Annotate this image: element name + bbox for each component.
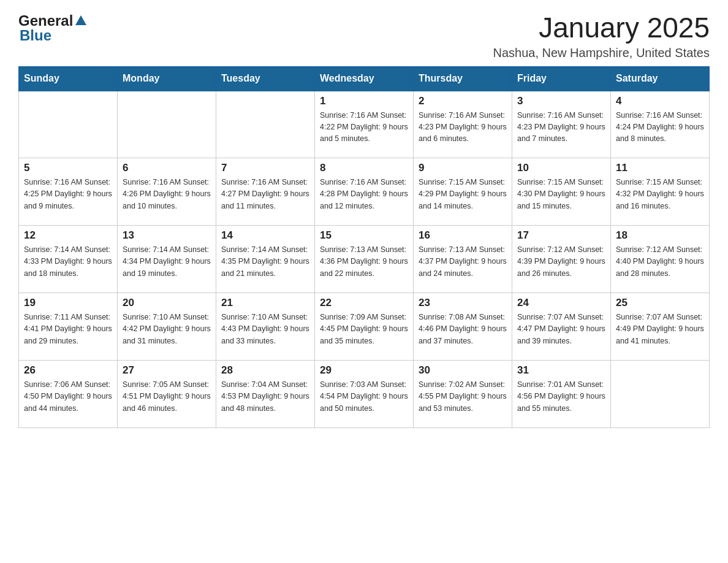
day-number: 7 <box>221 162 309 174</box>
calendar-cell: 9Sunrise: 7:15 AM Sunset: 4:29 PM Daylig… <box>414 158 512 226</box>
day-number: 21 <box>221 297 309 309</box>
day-number: 24 <box>517 297 605 309</box>
day-info: Sunrise: 7:12 AM Sunset: 4:40 PM Dayligh… <box>616 244 704 280</box>
day-info: Sunrise: 7:16 AM Sunset: 4:25 PM Dayligh… <box>24 177 112 212</box>
day-info: Sunrise: 7:16 AM Sunset: 4:26 PM Dayligh… <box>123 177 211 212</box>
day-number: 2 <box>419 95 507 107</box>
day-number: 4 <box>616 95 704 107</box>
day-number: 14 <box>221 229 309 242</box>
day-info: Sunrise: 7:16 AM Sunset: 4:24 PM Dayligh… <box>616 110 704 145</box>
day-number: 17 <box>517 229 605 242</box>
calendar-cell: 19Sunrise: 7:11 AM Sunset: 4:41 PM Dayli… <box>19 293 118 361</box>
day-info: Sunrise: 7:10 AM Sunset: 4:43 PM Dayligh… <box>221 312 309 347</box>
day-number: 12 <box>24 229 112 242</box>
calendar-cell: 15Sunrise: 7:13 AM Sunset: 4:36 PM Dayli… <box>315 226 414 293</box>
day-number: 22 <box>320 297 408 309</box>
weekday-header-tuesday: Tuesday <box>216 66 315 91</box>
weekday-header-row: SundayMondayTuesdayWednesdayThursdayFrid… <box>19 66 710 91</box>
day-number: 9 <box>419 162 507 174</box>
calendar-cell <box>19 91 118 158</box>
calendar-cell: 21Sunrise: 7:10 AM Sunset: 4:43 PM Dayli… <box>216 293 315 361</box>
day-number: 10 <box>517 162 605 174</box>
day-info: Sunrise: 7:15 AM Sunset: 4:30 PM Dayligh… <box>517 177 605 212</box>
month-title: January 2025 <box>493 12 710 44</box>
day-info: Sunrise: 7:05 AM Sunset: 4:51 PM Dayligh… <box>123 379 211 415</box>
day-info: Sunrise: 7:07 AM Sunset: 4:47 PM Dayligh… <box>517 312 605 347</box>
calendar-cell: 20Sunrise: 7:10 AM Sunset: 4:42 PM Dayli… <box>118 293 216 361</box>
calendar-cell: 16Sunrise: 7:13 AM Sunset: 4:37 PM Dayli… <box>414 226 512 293</box>
day-number: 20 <box>123 297 211 309</box>
weekday-header-thursday: Thursday <box>414 66 512 91</box>
calendar-cell: 7Sunrise: 7:16 AM Sunset: 4:27 PM Daylig… <box>216 158 315 226</box>
day-number: 8 <box>320 162 408 174</box>
weekday-header-friday: Friday <box>512 66 611 91</box>
calendar-cell: 26Sunrise: 7:06 AM Sunset: 4:50 PM Dayli… <box>19 361 118 428</box>
day-number: 31 <box>517 364 605 377</box>
week-row-1: 1Sunrise: 7:16 AM Sunset: 4:22 PM Daylig… <box>19 91 710 158</box>
day-info: Sunrise: 7:15 AM Sunset: 4:29 PM Dayligh… <box>419 177 507 212</box>
day-number: 29 <box>320 364 408 377</box>
weekday-header-wednesday: Wednesday <box>315 66 414 91</box>
day-number: 5 <box>24 162 112 174</box>
calendar-cell: 22Sunrise: 7:09 AM Sunset: 4:45 PM Dayli… <box>315 293 414 361</box>
calendar-cell <box>611 361 710 428</box>
calendar-cell: 8Sunrise: 7:16 AM Sunset: 4:28 PM Daylig… <box>315 158 414 226</box>
page-header: General Blue January 2025 Nashua, New Ha… <box>18 12 710 60</box>
day-info: Sunrise: 7:04 AM Sunset: 4:53 PM Dayligh… <box>221 379 309 415</box>
day-number: 6 <box>123 162 211 174</box>
day-info: Sunrise: 7:12 AM Sunset: 4:39 PM Dayligh… <box>517 244 605 280</box>
day-number: 13 <box>123 229 211 242</box>
calendar-cell: 6Sunrise: 7:16 AM Sunset: 4:26 PM Daylig… <box>118 158 216 226</box>
logo-blue-text: Blue <box>20 27 51 44</box>
week-row-3: 12Sunrise: 7:14 AM Sunset: 4:33 PM Dayli… <box>19 226 710 293</box>
week-row-2: 5Sunrise: 7:16 AM Sunset: 4:25 PM Daylig… <box>19 158 710 226</box>
calendar-cell: 1Sunrise: 7:16 AM Sunset: 4:22 PM Daylig… <box>315 91 414 158</box>
calendar-body: 1Sunrise: 7:16 AM Sunset: 4:22 PM Daylig… <box>19 91 710 428</box>
calendar-table: SundayMondayTuesdayWednesdayThursdayFrid… <box>18 66 710 429</box>
calendar-cell: 24Sunrise: 7:07 AM Sunset: 4:47 PM Dayli… <box>512 293 611 361</box>
day-info: Sunrise: 7:10 AM Sunset: 4:42 PM Dayligh… <box>123 312 211 347</box>
week-row-5: 26Sunrise: 7:06 AM Sunset: 4:50 PM Dayli… <box>19 361 710 428</box>
day-number: 16 <box>419 229 507 242</box>
day-number: 25 <box>616 297 704 309</box>
weekday-header-saturday: Saturday <box>611 66 710 91</box>
calendar-cell: 11Sunrise: 7:15 AM Sunset: 4:32 PM Dayli… <box>611 158 710 226</box>
day-info: Sunrise: 7:11 AM Sunset: 4:41 PM Dayligh… <box>24 312 112 347</box>
day-number: 30 <box>419 364 507 377</box>
day-info: Sunrise: 7:16 AM Sunset: 4:22 PM Dayligh… <box>320 110 408 145</box>
day-number: 11 <box>616 162 704 174</box>
day-info: Sunrise: 7:03 AM Sunset: 4:54 PM Dayligh… <box>320 379 408 415</box>
calendar-cell: 25Sunrise: 7:07 AM Sunset: 4:49 PM Dayli… <box>611 293 710 361</box>
day-number: 26 <box>24 364 112 377</box>
calendar-cell: 14Sunrise: 7:14 AM Sunset: 4:35 PM Dayli… <box>216 226 315 293</box>
day-info: Sunrise: 7:16 AM Sunset: 4:28 PM Dayligh… <box>320 177 408 212</box>
day-info: Sunrise: 7:16 AM Sunset: 4:23 PM Dayligh… <box>419 110 507 145</box>
calendar-cell: 12Sunrise: 7:14 AM Sunset: 4:33 PM Dayli… <box>19 226 118 293</box>
day-info: Sunrise: 7:08 AM Sunset: 4:46 PM Dayligh… <box>419 312 507 347</box>
day-number: 28 <box>221 364 309 377</box>
calendar-cell <box>118 91 216 158</box>
calendar-cell: 29Sunrise: 7:03 AM Sunset: 4:54 PM Dayli… <box>315 361 414 428</box>
day-info: Sunrise: 7:01 AM Sunset: 4:56 PM Dayligh… <box>517 379 605 415</box>
day-number: 19 <box>24 297 112 309</box>
calendar-cell: 10Sunrise: 7:15 AM Sunset: 4:30 PM Dayli… <box>512 158 611 226</box>
day-info: Sunrise: 7:14 AM Sunset: 4:33 PM Dayligh… <box>24 244 112 280</box>
day-info: Sunrise: 7:15 AM Sunset: 4:32 PM Dayligh… <box>616 177 704 212</box>
day-number: 18 <box>616 229 704 242</box>
calendar-cell: 23Sunrise: 7:08 AM Sunset: 4:46 PM Dayli… <box>414 293 512 361</box>
title-section: January 2025 Nashua, New Hampshire, Unit… <box>493 12 710 60</box>
day-info: Sunrise: 7:13 AM Sunset: 4:36 PM Dayligh… <box>320 244 408 280</box>
day-number: 1 <box>320 95 408 107</box>
day-info: Sunrise: 7:16 AM Sunset: 4:27 PM Dayligh… <box>221 177 309 212</box>
weekday-header-sunday: Sunday <box>19 66 118 91</box>
logo-triangle-icon <box>75 15 86 25</box>
calendar-cell: 4Sunrise: 7:16 AM Sunset: 4:24 PM Daylig… <box>611 91 710 158</box>
day-info: Sunrise: 7:16 AM Sunset: 4:23 PM Dayligh… <box>517 110 605 145</box>
day-info: Sunrise: 7:13 AM Sunset: 4:37 PM Dayligh… <box>419 244 507 280</box>
calendar-cell: 28Sunrise: 7:04 AM Sunset: 4:53 PM Dayli… <box>216 361 315 428</box>
day-info: Sunrise: 7:06 AM Sunset: 4:50 PM Dayligh… <box>24 379 112 415</box>
day-info: Sunrise: 7:09 AM Sunset: 4:45 PM Dayligh… <box>320 312 408 347</box>
calendar-cell: 2Sunrise: 7:16 AM Sunset: 4:23 PM Daylig… <box>414 91 512 158</box>
day-info: Sunrise: 7:14 AM Sunset: 4:35 PM Dayligh… <box>221 244 309 280</box>
calendar-cell: 13Sunrise: 7:14 AM Sunset: 4:34 PM Dayli… <box>118 226 216 293</box>
